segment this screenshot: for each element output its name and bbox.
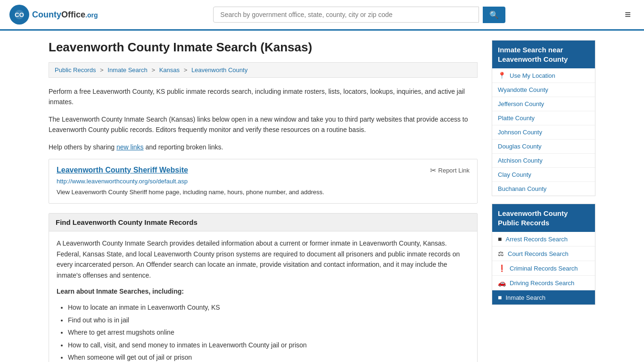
sidebar-item-criminal[interactable]: ❗ Criminal Records Search: [492, 261, 595, 276]
logo-text: CountyOffice.org: [32, 10, 98, 19]
sidebar-nearby-section: Inmate Search near Leavenworth County 📍 …: [492, 40, 595, 196]
johnson-county-link[interactable]: Johnson County: [498, 129, 542, 136]
arrest-icon: ■: [498, 235, 502, 243]
sidebar-item-inmate[interactable]: ■ Inmate Search: [492, 290, 595, 304]
menu-button[interactable]: ≡: [621, 7, 635, 23]
sidebar-item-platte[interactable]: Platte County: [492, 111, 595, 125]
sidebar-item-use-location[interactable]: 📍 Use My Location: [492, 68, 595, 83]
learn-item-1: Find out who is in jail: [68, 315, 470, 325]
info-section-body: A Leavenworth County Inmate Search provi…: [49, 231, 477, 362]
breadcrumb-sep-3: >: [184, 66, 188, 74]
info-section-header: Find Leavenworth County Inmate Records: [49, 214, 477, 231]
breadcrumb-sep-1: >: [100, 66, 104, 74]
breadcrumb-sep-2: >: [151, 66, 155, 74]
description-1: Perform a free Leavenworth County, KS pu…: [49, 86, 478, 107]
link-card-description: View Leavenworth County Sheriff home pag…: [57, 188, 470, 197]
sidebar-public-records-header: Leavenworth County Public Records: [492, 204, 595, 232]
court-icon: ⚖: [498, 250, 504, 257]
learn-item-4: When someone will get out of jail or pri…: [68, 352, 470, 362]
site-header: CO CountyOffice.org 🔍 ≡: [0, 0, 644, 31]
use-my-location-link[interactable]: Use My Location: [510, 72, 555, 79]
sidebar-item-court[interactable]: ⚖ Court Records Search: [492, 247, 595, 261]
logo-icon: CO: [9, 5, 29, 25]
learn-heading: Learn about Inmate Searches, including:: [57, 286, 470, 296]
link-card-header: Leavenworth County Sheriff Website ✂ Rep…: [57, 166, 470, 175]
search-button[interactable]: 🔍: [483, 7, 505, 23]
buchanan-county-link[interactable]: Buchanan County: [498, 185, 546, 192]
learn-list: How to locate an inmate in Leavenworth C…: [57, 302, 470, 362]
report-label: Report Link: [438, 167, 470, 174]
content-area: Leavenworth County Inmate Search (Kansas…: [49, 40, 478, 362]
description-2: The Leavenworth County Inmate Search (Ka…: [49, 114, 478, 135]
svg-text:CO: CO: [15, 11, 24, 18]
location-icon: 📍: [498, 72, 506, 79]
header-right: ≡: [621, 7, 635, 23]
sidebar-item-wyandotte[interactable]: Wyandotte County: [492, 83, 595, 97]
arrest-records-link[interactable]: Arrest Records Search: [505, 236, 568, 243]
sidebar-item-atchison[interactable]: Atchison County: [492, 154, 595, 168]
report-link-button[interactable]: ✂ Report Link: [430, 166, 470, 175]
jefferson-county-link[interactable]: Jefferson County: [498, 100, 544, 107]
link-card-title[interactable]: Leavenworth County Sheriff Website: [57, 166, 188, 174]
sidebar-item-johnson[interactable]: Johnson County: [492, 125, 595, 140]
criminal-records-link[interactable]: Criminal Records Search: [510, 265, 578, 272]
logo-area: CO CountyOffice.org: [9, 5, 98, 25]
menu-icon: ≡: [625, 8, 631, 20]
info-body-text: A Leavenworth County Inmate Search provi…: [57, 238, 470, 280]
main-container: Leavenworth County Inmate Search (Kansas…: [39, 31, 605, 362]
court-records-link[interactable]: Court Records Search: [508, 250, 569, 257]
breadcrumb-public-records[interactable]: Public Records: [55, 66, 96, 74]
sidebar: Inmate Search near Leavenworth County 📍 …: [492, 40, 595, 362]
sidebar-item-buchanan[interactable]: Buchanan County: [492, 182, 595, 196]
search-icon: 🔍: [489, 11, 499, 19]
breadcrumb: Public Records > Inmate Search > Kansas …: [49, 62, 478, 78]
description-3: Help others by sharing new links and rep…: [49, 142, 478, 152]
wyandotte-county-link[interactable]: Wyandotte County: [498, 86, 548, 93]
platte-county-link[interactable]: Platte County: [498, 115, 535, 122]
search-input[interactable]: [213, 7, 479, 23]
scissors-icon: ✂: [430, 166, 436, 175]
learn-item-2: Where to get arrest mugshots online: [68, 327, 470, 337]
info-section: Find Leavenworth County Inmate Records A…: [49, 213, 478, 362]
breadcrumb-inmate-search[interactable]: Inmate Search: [107, 66, 148, 74]
link-card-url[interactable]: http://www.leavenworthcounty.org/so/defa…: [57, 178, 470, 185]
search-area: 🔍: [213, 7, 505, 23]
sidebar-item-douglas[interactable]: Douglas County: [492, 140, 595, 154]
driving-icon: 🚗: [498, 279, 506, 287]
atchison-county-link[interactable]: Atchison County: [498, 157, 543, 164]
sidebar-item-clay[interactable]: Clay County: [492, 168, 595, 182]
learn-item-0: How to locate an inmate in Leavenworth C…: [68, 302, 470, 313]
breadcrumb-kansas[interactable]: Kansas: [159, 66, 180, 74]
criminal-icon: ❗: [498, 264, 506, 272]
inmate-search-link[interactable]: Inmate Search: [505, 294, 545, 301]
learn-item-3: How to call, visit, and send money to in…: [68, 340, 470, 350]
sidebar-nearby-header: Inmate Search near Leavenworth County: [492, 41, 595, 68]
sidebar-item-driving[interactable]: 🚗 Driving Records Search: [492, 276, 595, 290]
driving-records-link[interactable]: Driving Records Search: [510, 280, 574, 287]
breadcrumb-leavenworth[interactable]: Leavenworth County: [191, 66, 248, 74]
sidebar-item-arrest[interactable]: ■ Arrest Records Search: [492, 232, 595, 247]
inmate-icon: ■: [498, 294, 502, 301]
sidebar-public-records-section: Leavenworth County Public Records ■ Arre…: [492, 204, 595, 305]
new-links-link[interactable]: new links: [116, 143, 144, 151]
sidebar-item-jefferson[interactable]: Jefferson County: [492, 97, 595, 111]
clay-county-link[interactable]: Clay County: [498, 171, 531, 178]
link-card: Leavenworth County Sheriff Website ✂ Rep…: [49, 159, 478, 204]
douglas-county-link[interactable]: Douglas County: [498, 143, 542, 150]
page-title: Leavenworth County Inmate Search (Kansas…: [49, 40, 478, 55]
